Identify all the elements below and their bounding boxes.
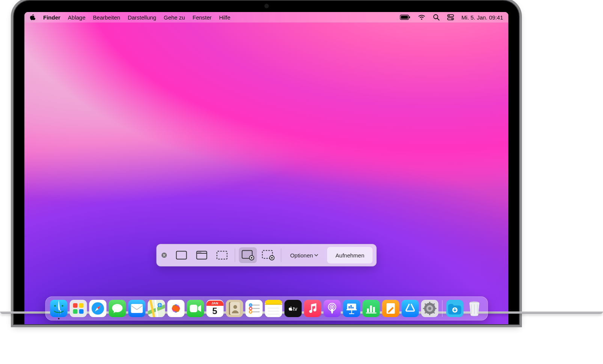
svg-line-85 [425, 304, 426, 305]
svg-point-6 [448, 15, 449, 16]
calendar-month-label: JAN [206, 301, 223, 306]
dock-keynote[interactable] [343, 300, 360, 317]
svg-point-8 [451, 18, 452, 20]
svg-rect-77 [386, 303, 395, 314]
menu-hilfe[interactable]: Hilfe [219, 14, 231, 21]
svg-point-49 [233, 305, 237, 309]
menubar-app-name[interactable]: Finder [43, 14, 60, 21]
capture-selection-button[interactable] [213, 247, 231, 263]
chevron-down-icon [315, 254, 318, 256]
menubar: Finder Ablage Bearbeiten Darstellung Geh… [24, 12, 508, 23]
svg-point-13 [197, 252, 198, 253]
options-label: Optionen [290, 252, 313, 259]
svg-rect-28 [73, 309, 77, 314]
close-toolbar-icon[interactable] [160, 251, 168, 259]
dock-photos[interactable] [167, 300, 184, 317]
svg-rect-10 [176, 251, 186, 259]
svg-rect-72 [352, 307, 353, 308]
laptop-bezel: Finder Ablage Bearbeiten Darstellung Geh… [13, 0, 520, 325]
dock-messages[interactable] [109, 300, 126, 317]
dock-downloads[interactable] [446, 300, 463, 317]
svg-rect-75 [370, 305, 372, 312]
dock-tv[interactable]: tv [284, 300, 302, 317]
capture-window-button[interactable] [193, 247, 211, 263]
dock-numbers[interactable] [362, 300, 380, 317]
menubar-clock[interactable]: Mi. 5. Jan. 09:41 [461, 14, 503, 21]
svg-rect-26 [73, 303, 77, 308]
svg-point-51 [250, 305, 251, 306]
options-button[interactable]: Optionen [285, 247, 324, 263]
menu-darstellung[interactable]: Darstellung [128, 14, 156, 21]
svg-rect-76 [373, 307, 375, 312]
svg-rect-67 [346, 309, 357, 310]
calendar-day-label: 5 [212, 306, 217, 316]
svg-rect-46 [190, 305, 197, 312]
camera-notch [264, 4, 269, 8]
dock-safari[interactable] [89, 300, 106, 317]
svg-rect-70 [348, 306, 350, 308]
menu-bearbeiten[interactable]: Bearbeiten [93, 14, 121, 21]
svg-point-80 [428, 307, 431, 310]
control-center-icon[interactable] [447, 14, 454, 20]
svg-rect-1 [401, 16, 408, 19]
svg-line-4 [437, 18, 439, 20]
svg-line-86 [433, 312, 434, 313]
capture-entire-screen-button[interactable] [172, 247, 190, 263]
record-button[interactable]: Aufnehmen [327, 247, 373, 263]
toolbar-separator [235, 248, 235, 262]
svg-point-53 [249, 307, 252, 310]
svg-point-3 [434, 15, 438, 19]
dock-appstore[interactable] [401, 300, 419, 317]
svg-rect-16 [217, 251, 227, 259]
dock-reminders[interactable] [245, 300, 262, 317]
svg-rect-29 [79, 309, 83, 314]
svg-point-65 [331, 306, 333, 308]
record-entire-screen-button[interactable] [239, 247, 257, 263]
svg-point-25 [62, 305, 63, 307]
record-label: Aufnehmen [336, 252, 365, 259]
svg-rect-71 [350, 305, 351, 308]
svg-rect-27 [79, 303, 83, 308]
dock-facetime[interactable] [187, 300, 204, 317]
dock-finder[interactable] [50, 300, 67, 317]
svg-point-22 [271, 257, 272, 259]
dock-trash[interactable] [466, 300, 483, 317]
svg-line-88 [425, 312, 426, 313]
dock-music[interactable] [304, 300, 321, 317]
svg-point-14 [199, 252, 200, 253]
dock-settings[interactable] [421, 300, 438, 317]
dock-notes[interactable] [265, 300, 282, 317]
battery-icon[interactable] [400, 15, 410, 20]
dock-calendar[interactable]: JAN 5 [206, 300, 223, 317]
svg-rect-2 [409, 17, 410, 18]
svg-rect-74 [367, 308, 369, 312]
toolbar-separator [281, 248, 281, 262]
apple-logo-icon [288, 306, 292, 311]
wifi-icon[interactable] [418, 15, 425, 20]
dock: JAN 5 tv [45, 296, 488, 320]
record-selection-button[interactable] [259, 247, 277, 263]
menu-gehe-zu[interactable]: Gehe zu [164, 14, 185, 21]
svg-rect-59 [265, 304, 282, 305]
screenshot-toolbar: Optionen Aufnehmen [156, 244, 377, 266]
apple-menu-icon[interactable] [30, 14, 36, 21]
dock-contacts[interactable] [226, 300, 243, 317]
svg-rect-34 [131, 304, 143, 313]
dock-mail[interactable] [128, 300, 145, 317]
desktop-wallpaper [24, 12, 508, 324]
svg-point-55 [249, 311, 252, 313]
menu-fenster[interactable]: Fenster [193, 14, 212, 21]
svg-point-15 [200, 252, 201, 253]
spotlight-icon[interactable] [433, 14, 440, 21]
dock-separator [442, 300, 442, 317]
svg-line-87 [433, 304, 434, 305]
screen: Finder Ablage Bearbeiten Darstellung Geh… [24, 12, 508, 324]
dock-launchpad[interactable] [69, 300, 87, 317]
dock-maps[interactable] [148, 300, 165, 317]
svg-point-24 [54, 305, 56, 307]
svg-point-19 [250, 257, 252, 259]
dock-podcasts[interactable] [323, 300, 341, 317]
dock-pages[interactable] [382, 300, 399, 317]
menu-ablage[interactable]: Ablage [68, 14, 86, 21]
